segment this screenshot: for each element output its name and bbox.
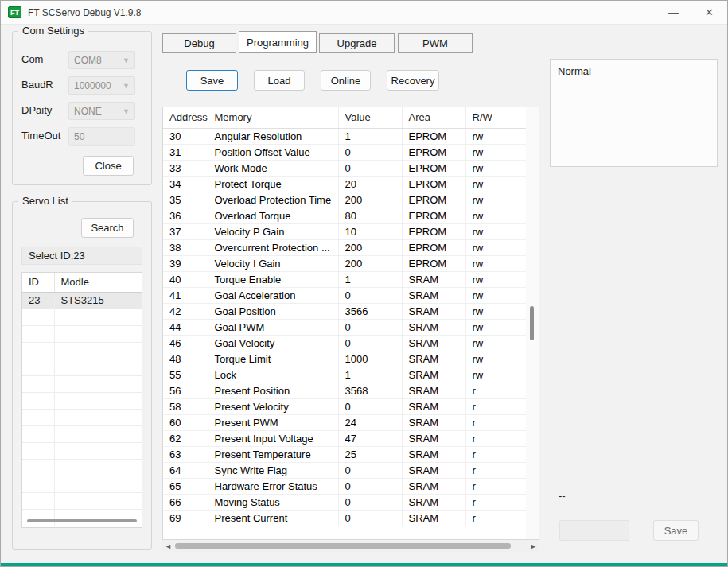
bottom-save-button[interactable]: Save bbox=[653, 520, 699, 541]
table-cell: rw bbox=[465, 303, 528, 319]
memory-table-body: 30Angular Resolution1EPROMrw31Position O… bbox=[163, 128, 528, 526]
table-row[interactable]: 44Goal PWM0SRAMrw bbox=[163, 319, 528, 335]
table-cell: 24 bbox=[338, 414, 402, 430]
table-cell: SRAM bbox=[402, 303, 465, 319]
table-cell-empty bbox=[22, 359, 54, 375]
online-button[interactable]: Online bbox=[321, 70, 371, 91]
chevron-down-icon: ▼ bbox=[123, 82, 130, 90]
parity-select[interactable]: NONE ▼ bbox=[68, 102, 135, 120]
minimize-button[interactable]: — bbox=[656, 1, 691, 24]
servo-horizontal-scrollbar[interactable] bbox=[27, 519, 137, 522]
com-port-select[interactable]: COM8 ▼ bbox=[68, 51, 135, 69]
table-row[interactable]: 35Overload Protection Time200EPROMrw bbox=[163, 192, 528, 208]
table-cell: 1 bbox=[338, 128, 402, 144]
tab-pwm[interactable]: PWM bbox=[398, 33, 473, 53]
memory-table: AddressMemoryValueAreaR/W 30Angular Reso… bbox=[162, 107, 539, 540]
table-cell: 56 bbox=[163, 383, 208, 398]
table-cell: Torque Limit bbox=[208, 351, 338, 367]
table-row[interactable]: 60Present PWM24SRAMr bbox=[163, 414, 528, 430]
table-row[interactable]: 55Lock1SRAMrw bbox=[163, 367, 528, 383]
com-settings-group: Com Settings Com COM8 ▼ BaudR 1000000 ▼ … bbox=[12, 31, 152, 185]
caption-buttons: — ✕ bbox=[656, 1, 727, 24]
horizontal-scrollbar[interactable]: ◄ ► bbox=[162, 540, 539, 552]
table-row[interactable]: 63Present Temperature25SRAMr bbox=[163, 446, 528, 462]
table-row[interactable]: 48Torque Limit1000SRAMrw bbox=[163, 351, 528, 367]
table-row[interactable]: 34Protect Torque20EPROMrw bbox=[163, 176, 528, 192]
timeout-input[interactable]: 50 bbox=[68, 127, 135, 146]
vertical-scrollbar[interactable] bbox=[526, 107, 539, 539]
recovery-button[interactable]: Recovery bbox=[387, 70, 439, 91]
save-button[interactable]: Save bbox=[186, 70, 238, 91]
table-cell: Goal PWM bbox=[208, 319, 338, 335]
tab-upgrade[interactable]: Upgrade bbox=[319, 33, 395, 53]
table-cell: Present PWM bbox=[208, 414, 338, 430]
table-cell-empty bbox=[54, 325, 142, 342]
close-button[interactable]: ✕ bbox=[691, 1, 727, 24]
table-cell-empty bbox=[54, 492, 142, 509]
table-cell: Overcurrent Protection ... bbox=[208, 239, 338, 255]
tab-debug[interactable]: Debug bbox=[162, 33, 236, 53]
bottom-input[interactable] bbox=[559, 520, 629, 541]
table-row[interactable]: 64Sync Write Flag0SRAMr bbox=[163, 462, 528, 478]
table-cell-empty bbox=[54, 375, 142, 392]
baud-row: BaudR 1000000 ▼ bbox=[13, 76, 151, 95]
table-row[interactable]: 69Present Current0SRAMr bbox=[163, 510, 528, 526]
table-cell: SRAM bbox=[402, 494, 465, 510]
parity-label: DPaity bbox=[21, 104, 52, 116]
horizontal-scrollbar-thumb[interactable] bbox=[175, 543, 511, 549]
bottom-edge-strip bbox=[1, 563, 727, 566]
table-cell: 0 bbox=[338, 398, 402, 414]
load-button[interactable]: Load bbox=[254, 70, 305, 91]
vertical-scrollbar-thumb[interactable] bbox=[530, 306, 534, 340]
table-cell: 10 bbox=[338, 223, 402, 239]
table-cell: 55 bbox=[163, 367, 208, 383]
titlebar: FT FT SCServo Debug V1.9.8 — ✕ bbox=[1, 1, 727, 25]
table-cell: r bbox=[465, 398, 528, 414]
select-id-box: Select ID:23 bbox=[21, 247, 142, 265]
table-row[interactable]: 39Velocity I Gain200EPROMrw bbox=[163, 255, 528, 271]
table-cell-empty bbox=[54, 409, 142, 425]
table-cell: EPROM bbox=[402, 160, 465, 176]
table-cell: rw bbox=[465, 367, 528, 383]
table-row[interactable]: 36Overload Torque80EPROMrw bbox=[163, 208, 528, 223]
table-row[interactable]: 30Angular Resolution1EPROMrw bbox=[163, 128, 528, 144]
table-cell: rw bbox=[465, 128, 528, 144]
table-row[interactable]: 23STS3215 bbox=[22, 292, 142, 309]
table-row[interactable]: 42Goal Position3566SRAMrw bbox=[163, 303, 528, 319]
table-row[interactable]: 38Overcurrent Protection ...200EPROMrw bbox=[163, 239, 528, 255]
table-row[interactable]: 33Work Mode0EPROMrw bbox=[163, 160, 528, 176]
table-row[interactable]: 65Hardware Error Status0SRAMr bbox=[163, 478, 528, 494]
table-row[interactable]: 66Moving Status0SRAMr bbox=[163, 494, 528, 510]
table-cell: Position Offset Value bbox=[208, 144, 338, 160]
table-cell: EPROM bbox=[402, 223, 465, 239]
table-cell: 0 bbox=[338, 462, 402, 478]
scroll-left-icon[interactable]: ◄ bbox=[162, 540, 174, 552]
table-cell-empty bbox=[54, 359, 142, 375]
table-row[interactable]: 58Present Velocity0SRAMr bbox=[163, 398, 528, 414]
window-title: FT SCServo Debug V1.9.8 bbox=[28, 7, 142, 18]
scroll-right-icon[interactable]: ► bbox=[528, 540, 539, 552]
table-row[interactable]: 40Torque Enable1SRAMrw bbox=[163, 271, 528, 287]
search-button[interactable]: Search bbox=[81, 218, 134, 238]
table-cell: SRAM bbox=[402, 510, 465, 526]
column-header: Modle bbox=[54, 273, 142, 292]
table-cell: 63 bbox=[163, 446, 208, 462]
baud-rate-select[interactable]: 1000000 ▼ bbox=[68, 76, 135, 95]
table-cell: 200 bbox=[338, 255, 402, 271]
table-cell: SRAM bbox=[402, 335, 465, 351]
table-row[interactable]: 46Goal Velocity0SRAMrw bbox=[163, 335, 528, 351]
table-row[interactable]: 56Present Position3568SRAMr bbox=[163, 383, 528, 398]
table-cell: 20 bbox=[338, 176, 402, 192]
table-row[interactable]: 41Goal Acceleration0SRAMrw bbox=[163, 287, 528, 303]
close-com-button[interactable]: Close bbox=[83, 156, 134, 176]
table-cell-empty bbox=[22, 342, 54, 359]
table-row[interactable]: 62Present Input Voltage47SRAMr bbox=[163, 430, 528, 446]
table-row[interactable]: 31Position Offset Value0EPROMrw bbox=[163, 144, 528, 160]
table-cell: Angular Resolution bbox=[208, 128, 338, 144]
tab-programming[interactable]: Programming bbox=[239, 31, 317, 53]
table-row[interactable]: 37Velocity P Gain10EPROMrw bbox=[163, 223, 528, 239]
table-cell: r bbox=[465, 414, 528, 430]
table-cell: SRAM bbox=[402, 367, 465, 383]
table-cell-empty bbox=[22, 392, 54, 409]
table-cell-empty bbox=[22, 309, 54, 325]
